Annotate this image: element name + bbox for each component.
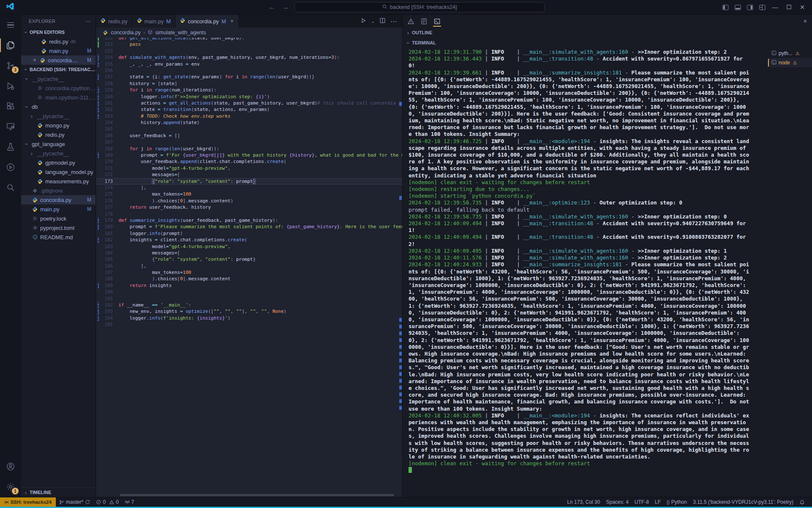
ports-item[interactable]: 7 — [122, 497, 137, 507]
close-window-button[interactable]: ✕ — [798, 4, 806, 11]
tree-item[interactable]: ›__pycache__ — [21, 149, 96, 158]
timeline-header[interactable]: › TIMELINE — [21, 487, 96, 497]
nav-forward-button[interactable]: → — [281, 3, 290, 11]
modified-badge: M — [87, 57, 91, 63]
split-editor-icon[interactable] — [380, 17, 385, 25]
tree-item[interactable]: pyproject.toml — [21, 223, 96, 232]
run-debug-icon[interactable] — [0, 76, 21, 96]
code-text: ], — [113, 185, 146, 191]
tree-item[interactable]: concordia.cpython-... — [21, 83, 96, 93]
tree-item[interactable]: mongo.py — [21, 121, 96, 130]
tree-item[interactable]: README.md — [21, 232, 96, 242]
tree-item[interactable]: ›__pycache__ — [21, 74, 96, 83]
close-panel-icon[interactable]: × — [804, 18, 807, 25]
tree-item[interactable]: main.pyM — [21, 204, 96, 214]
open-editors-header[interactable]: › OPEN EDITORS — [21, 28, 96, 37]
menu-icon[interactable] — [0, 15, 21, 35]
notifications-bell-icon[interactable] — [796, 500, 808, 505]
terminal-instance-node[interactable]: node⚠ — [768, 58, 812, 67]
eol[interactable]: LF — [652, 499, 664, 505]
testing-icon[interactable] — [0, 137, 21, 157]
open-editor-item[interactable]: main.pyM — [21, 46, 96, 55]
tree-item[interactable]: poetry.lock — [21, 214, 96, 223]
search-activity-icon[interactable] — [0, 177, 21, 198]
terminal-output[interactable]: 2024-02-18 12:39:31.790 | INFO | __main_… — [403, 48, 749, 497]
tree-item[interactable]: measurements.py — [21, 177, 96, 186]
breadcrumb-symbol[interactable]: simulate_with_agents — [155, 30, 206, 36]
run-dropdown-icon[interactable]: ⌄ — [371, 19, 375, 24]
tree-item[interactable]: concordia.pyM — [21, 195, 96, 204]
run-circle-icon[interactable] — [0, 157, 21, 177]
tree-item[interactable]: gptmodel.py — [21, 158, 96, 167]
language-mode[interactable]: {} Python — [664, 499, 690, 505]
tab-main-py[interactable]: main.pyM — [132, 15, 176, 28]
gutter — [96, 315, 102, 321]
toggle-panel-icon[interactable] — [735, 4, 741, 11]
gutter-modified-mark — [98, 107, 99, 112]
toggle-secondary-sidebar-icon[interactable] — [747, 4, 753, 11]
python-interpreter[interactable]: 3.11.5 ('backend-VYDRJ1cV-py3.11': Poetr… — [690, 499, 796, 505]
warning-count: 0 — [116, 499, 119, 505]
modified-badge: M — [87, 48, 91, 54]
open-editor-item[interactable]: ×concordia....M — [21, 55, 96, 65]
code-text: ).choices[0].message.content) — [113, 198, 233, 204]
tree-item[interactable]: ›__pycache__ — [21, 111, 96, 121]
line-number: 151 — [102, 38, 113, 41]
account-icon[interactable] — [0, 456, 21, 477]
cursor-position[interactable]: Ln 173, Col 30 — [564, 499, 603, 505]
command-center-search[interactable]: backend [SSH: treehacks24] — [294, 2, 545, 12]
manage-gear-icon[interactable]: 1 — [0, 477, 21, 497]
breadcrumb[interactable]: concordia.py › simulate_with_agents — [96, 28, 402, 38]
remote-explorer-icon[interactable] — [0, 116, 21, 137]
encoding[interactable]: UTF-8 — [631, 499, 652, 505]
code-text: model="gpt-4-turbo-preview", — [113, 165, 230, 171]
customize-layout-icon[interactable] — [759, 4, 765, 11]
gutter-modified-mark — [98, 100, 99, 106]
close-editor-icon[interactable]: × — [32, 57, 37, 63]
tree-item[interactable]: ›gpt_language — [21, 139, 96, 149]
explorer-icon[interactable] — [0, 35, 21, 55]
remote-indicator[interactable]: >< SSH: treehacks24 — [0, 497, 56, 507]
editor-more-icon[interactable]: ⋯ — [390, 17, 397, 25]
tree-item[interactable]: ›db — [21, 102, 96, 111]
source-control-icon[interactable]: 3 — [0, 55, 21, 76]
gutter — [96, 263, 102, 269]
line-number: 178 — [102, 211, 113, 217]
toggle-sidebar-icon[interactable] — [722, 4, 729, 11]
output-icon[interactable] — [421, 15, 427, 28]
code-text: state = transition(state, actions, env_p… — [113, 106, 270, 113]
nav-back-button[interactable]: ← — [267, 3, 277, 11]
code-editor[interactable]: 151def get_all_actions_local(state, user… — [96, 38, 402, 497]
run-python-file-icon[interactable] — [361, 17, 366, 25]
indentation[interactable]: Spaces: 4 — [603, 499, 631, 505]
tree-item[interactable]: .gitignore — [21, 186, 96, 195]
ruler-mark — [399, 386, 402, 389]
explorer-more-icon[interactable]: ⋯ — [85, 18, 91, 25]
tree-item[interactable]: main.cpython-311.pyc — [21, 93, 96, 102]
branch-item[interactable]: master* — [56, 497, 93, 507]
problems-icon[interactable] — [408, 15, 414, 28]
tree-item-label: gpt_language — [32, 141, 65, 147]
minimize-button[interactable]: — — [771, 4, 779, 11]
workspace-root-header[interactable]: › BACKEND [SSH: TREEHACKS2... — [21, 65, 96, 74]
line-number: 160 — [102, 94, 113, 100]
tab-redis-py[interactable]: redis.py — [96, 15, 132, 28]
open-editor-item[interactable]: redis.pydb — [21, 37, 96, 46]
terminal-tab-icon[interactable] — [434, 15, 440, 28]
code-text — [113, 211, 118, 217]
terminal-section-header[interactable]: › TERMINAL — [403, 38, 812, 48]
line-number: 169 — [102, 152, 113, 158]
tree-item[interactable]: redis.py — [21, 130, 96, 139]
breadcrumb-file[interactable]: concordia.py — [111, 30, 141, 36]
maximize-button[interactable] — [785, 4, 793, 11]
horizontal-scrollbar[interactable] — [120, 494, 394, 496]
terminal-instance-pyth[interactable]: pyth...⚠ — [768, 49, 812, 58]
problems-status-item[interactable]: 0 0 — [93, 497, 121, 507]
close-tab-icon[interactable]: × — [229, 18, 234, 24]
gutter — [96, 158, 102, 165]
python-icon — [39, 58, 46, 63]
outline-section-header[interactable]: › OUTLINE — [403, 28, 812, 38]
tree-item[interactable]: language_model.py — [21, 167, 96, 177]
extensions-icon[interactable] — [0, 96, 21, 116]
tab-concordia-py[interactable]: concordia.pyM× — [176, 15, 239, 28]
